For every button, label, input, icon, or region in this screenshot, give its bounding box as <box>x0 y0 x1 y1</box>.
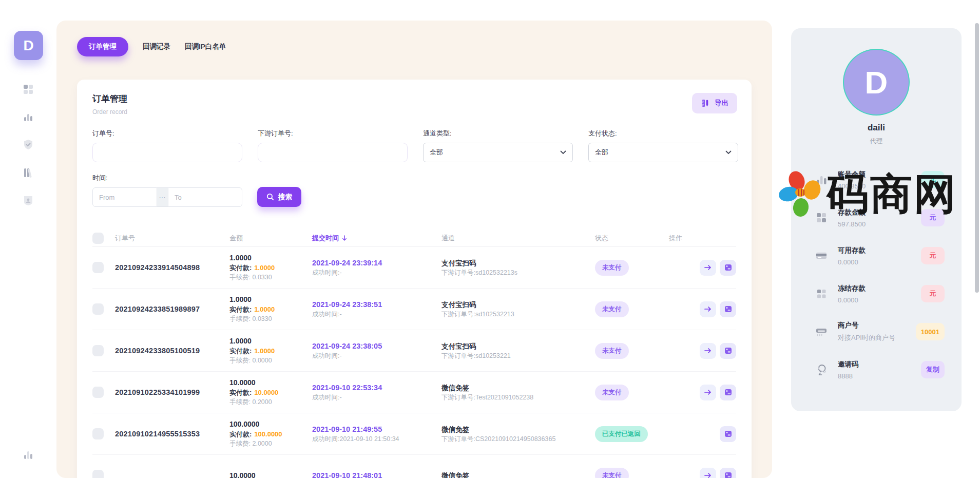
channel-name: 微信免签 <box>441 425 595 434</box>
library-icon[interactable] <box>21 165 35 180</box>
submit-time: 2021-09-24 23:39:14 <box>312 258 441 268</box>
app-logo[interactable]: D <box>14 31 43 60</box>
stat-invite-code: 邀请码 8888 复制 <box>791 351 962 389</box>
row-checkbox[interactable] <box>92 345 104 356</box>
actions-cell <box>669 343 736 359</box>
stat-merchant-id: 商户号 对接API时的商户号 10001 <box>791 313 962 351</box>
search-button[interactable]: 搜索 <box>257 187 301 207</box>
time-cell: 2021-09-24 23:39:14 成功时间:- <box>312 258 441 277</box>
detail-arrow-button[interactable] <box>700 385 716 400</box>
order-no-input[interactable] <box>92 143 242 162</box>
date-from-input[interactable] <box>92 187 157 207</box>
sort-desc-icon <box>342 235 347 241</box>
row-checkbox[interactable] <box>92 262 104 273</box>
vertical-scrollbar[interactable] <box>975 23 979 293</box>
app-logo-letter: D <box>23 37 33 54</box>
table-row: 20210910225334101999 10.0000 实付款:10.0000… <box>92 372 736 413</box>
pay-status-select[interactable]: 全部 <box>588 143 738 162</box>
filter-order-no: 订单号: <box>92 129 242 162</box>
callback-toggle-button[interactable] <box>720 260 736 276</box>
channel-type-select[interactable]: 全部 <box>423 143 573 162</box>
date-to-input[interactable] <box>168 187 242 207</box>
export-button[interactable]: 导出 <box>692 93 737 113</box>
downstream-no-input[interactable] <box>258 143 408 162</box>
select-all-checkbox[interactable] <box>92 233 104 244</box>
paid-amount: 1.0000 <box>254 305 275 313</box>
detail-arrow-button[interactable] <box>700 468 716 478</box>
callback-toggle-button[interactable] <box>720 468 736 478</box>
order-id: 20210924233914504898 <box>115 263 229 272</box>
time-row: ··· 搜索 <box>92 183 736 207</box>
toggle-icon <box>724 472 732 478</box>
copy-button[interactable]: 复制 <box>921 361 945 378</box>
downstream-order-no: 下游订单号:CS20210910214950836365 <box>441 434 595 444</box>
row-checkbox[interactable] <box>92 428 104 439</box>
downstream-order-no: 下游订单号:sd10253221 <box>441 351 595 360</box>
order-management-card: 订单管理 Order record 导出 订单号: 下游订单号: 通道类型: 全… <box>77 80 752 478</box>
channel-name: 支付宝扫码 <box>441 258 595 268</box>
tab-order-management[interactable]: 订单管理 <box>77 37 128 56</box>
stat-label: 账号余额 <box>838 170 921 179</box>
downstream-no-label: 下游订单号: <box>258 129 408 138</box>
channel-cell: 微信免签 <box>441 471 595 478</box>
currency-badge: 元 <box>921 209 945 226</box>
callback-toggle-button[interactable] <box>720 343 736 359</box>
paid-amount: 100.0000 <box>254 430 282 438</box>
user-badge-icon[interactable] <box>21 193 35 207</box>
stat-value: 8888 <box>838 372 921 380</box>
fee-amount: 2.0000 <box>252 440 272 447</box>
currency-badge: 元 <box>921 171 945 188</box>
tab-callback-ip-whitelist[interactable]: 回调IP白名单 <box>185 37 226 56</box>
toggle-icon <box>724 347 732 354</box>
filters-row: 订单号: 下游订单号: 通道类型: 全部 支付状态: 全部 <box>92 129 736 162</box>
detail-arrow-button[interactable] <box>700 301 716 317</box>
success-time: 成功时间:- <box>312 393 441 402</box>
export-label: 导出 <box>715 99 728 108</box>
paid-amount: 1.0000 <box>254 264 275 272</box>
stats-icon[interactable] <box>21 448 35 462</box>
time-cell: 2021-09-24 23:38:51 成功时间:- <box>312 299 441 319</box>
detail-arrow-button[interactable] <box>700 260 716 276</box>
actions-cell <box>669 385 736 400</box>
dashboard-grid-icon[interactable] <box>21 82 35 97</box>
search-icon <box>266 193 274 201</box>
amount-cell: 10.0000 <box>229 471 312 478</box>
downstream-order-no: 下游订单号:sd102532213s <box>441 268 595 277</box>
profile-stats: 账号余额 400.8500 元 存款金额 597.8500 元 可用存款 0.0… <box>791 161 962 389</box>
stat-deposit-amount: 存款金额 597.8500 元 <box>791 199 962 237</box>
header-submit-time[interactable]: 提交时间 <box>312 234 441 243</box>
merchant-id-badge: 10001 <box>916 323 945 340</box>
shield-check-icon[interactable] <box>21 138 35 152</box>
row-checkbox[interactable] <box>92 470 104 478</box>
callback-toggle-button[interactable] <box>720 301 736 317</box>
avatar: D <box>844 50 909 114</box>
row-checkbox[interactable] <box>92 387 104 398</box>
downstream-order-no: 下游订单号:sd102532213 <box>441 310 595 319</box>
detail-arrow-button[interactable] <box>700 343 716 359</box>
header-order-id: 订单号 <box>115 234 229 243</box>
order-id: 20210924233805100519 <box>115 347 229 355</box>
arrow-right-icon <box>704 264 712 271</box>
bar-chart-icon[interactable] <box>21 110 35 124</box>
toggle-icon <box>724 430 732 437</box>
success-time: 成功时间:2021-09-10 21:50:34 <box>312 434 441 444</box>
callback-toggle-button[interactable] <box>720 426 736 442</box>
order-amount: 10.0000 <box>229 471 312 478</box>
order-amount: 10.0000 <box>229 378 312 388</box>
chevron-down-icon <box>725 150 732 155</box>
header-channel: 通道 <box>441 234 595 243</box>
channel-cell: 支付宝扫码 下游订单号:sd10253221 <box>441 341 595 360</box>
grid-small-icon <box>814 287 829 300</box>
fee-amount: 0.0330 <box>252 315 272 322</box>
callback-toggle-button[interactable] <box>720 385 736 400</box>
submit-time: 2021-09-10 21:48:01 <box>312 470 441 478</box>
paid-label: 实付款: <box>229 389 252 396</box>
pay-status-label: 支付状态: <box>588 129 738 138</box>
card-header: 订单管理 Order record 导出 <box>92 93 736 116</box>
status-badge: 未支付 <box>595 343 629 359</box>
header-submit-time-label: 提交时间 <box>312 234 339 243</box>
time-cell: 2021-09-24 23:38:05 成功时间:- <box>312 341 441 360</box>
downstream-order-no: 下游订单号:Test2021091052238 <box>441 393 595 402</box>
tab-callback-record[interactable]: 回调记录 <box>143 37 170 56</box>
row-checkbox[interactable] <box>92 303 104 315</box>
